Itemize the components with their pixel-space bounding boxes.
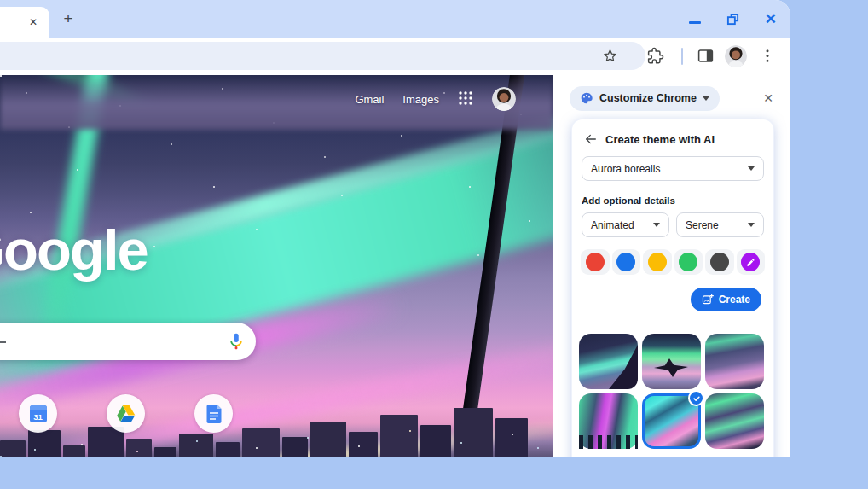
window-controls: ✕ <box>689 0 777 38</box>
browser-window: ✕ + ✕ <box>0 0 790 457</box>
swatch-green[interactable] <box>674 249 703 275</box>
ntp-profile-avatar[interactable] <box>492 87 516 111</box>
swatch-yellow-dot <box>648 253 667 271</box>
city-lights <box>0 456 2 457</box>
extensions-icon[interactable] <box>646 47 664 68</box>
color-swatch-row <box>581 249 765 275</box>
shortcut-row: 31 <box>19 394 233 433</box>
swatch-gray[interactable] <box>705 249 734 275</box>
optional-details-label: Add optional details <box>582 195 764 206</box>
swatch-red[interactable] <box>581 249 610 275</box>
gmail-link[interactable]: Gmail <box>355 93 384 106</box>
swatch-yellow[interactable] <box>643 249 672 275</box>
back-arrow-icon[interactable] <box>584 132 598 146</box>
new-tab-page: Gmail Images <box>0 75 553 457</box>
images-link[interactable]: Images <box>402 93 439 106</box>
chevron-down-icon <box>703 96 709 101</box>
shortcut-drive[interactable] <box>107 394 145 433</box>
panel-close-icon[interactable]: ✕ <box>760 88 777 108</box>
theme-thumbnail-6[interactable] <box>705 393 764 449</box>
google-apps-icon[interactable] <box>458 90 473 108</box>
calendar-day: 31 <box>33 411 43 422</box>
desktop-background: ✕ + ✕ <box>0 0 868 489</box>
side-panel-icon[interactable] <box>697 47 715 68</box>
side-panel-header: Customize Chrome ✕ <box>553 75 790 121</box>
tab-close-icon[interactable]: ✕ <box>26 15 41 30</box>
theme-thumbnail-3[interactable] <box>705 334 764 389</box>
search-bar[interactable] <box>0 323 256 360</box>
theme-thumbnails-grid <box>579 334 767 449</box>
create-row: Create <box>584 288 761 311</box>
swatch-custom-color[interactable] <box>737 249 766 275</box>
bookmark-star-icon[interactable] <box>602 48 618 67</box>
theme-subject-value: Aurora borealis <box>591 163 660 175</box>
docs-icon <box>206 405 222 423</box>
search-text-fragment <box>0 341 6 343</box>
create-theme-card: Create theme with AI Aurora borealis Add… <box>572 119 773 457</box>
mood-value: Animated <box>591 219 634 231</box>
shortcut-docs[interactable] <box>194 394 233 433</box>
close-button[interactable]: ✕ <box>765 10 777 28</box>
chevron-down-icon <box>748 166 755 171</box>
chevron-down-icon <box>653 223 660 227</box>
calendar-icon: 31 <box>30 405 47 422</box>
shortcut-calendar[interactable]: 31 <box>19 394 57 433</box>
swatch-blue[interactable] <box>612 249 641 275</box>
avatar-image <box>725 45 747 67</box>
browser-toolbar <box>0 38 790 75</box>
theme-thumbnail-1[interactable] <box>579 334 638 389</box>
card-title: Create theme with AI <box>605 133 715 146</box>
theme-thumbnail-5-selected[interactable] <box>642 393 701 449</box>
detail-selects-row: Animated Serene <box>582 212 764 237</box>
ntp-header: Gmail Images <box>355 87 516 111</box>
style-select[interactable]: Serene <box>676 212 764 237</box>
toolbar-divider <box>681 48 683 65</box>
theme-subject-select[interactable]: Aurora borealis <box>582 156 764 181</box>
theme-thumbnail-2[interactable] <box>642 334 701 389</box>
chevron-down-icon <box>748 223 755 227</box>
swatch-green-dot <box>679 253 697 271</box>
custom-color-dot <box>741 253 760 271</box>
address-bar[interactable] <box>0 42 645 70</box>
swatch-red-dot <box>586 253 605 271</box>
new-tab-button[interactable]: + <box>56 7 80 31</box>
card-header: Create theme with AI <box>572 119 773 154</box>
browser-menu-icon[interactable] <box>759 47 776 68</box>
theme-thumbnail-4[interactable] <box>579 393 638 449</box>
palette-icon <box>580 91 593 105</box>
swatch-gray-dot <box>710 253 729 271</box>
restore-button[interactable] <box>726 13 739 26</box>
create-button[interactable]: Create <box>691 288 761 311</box>
panel-title-dropdown[interactable]: Customize Chrome <box>570 86 720 111</box>
style-value: Serene <box>686 219 719 231</box>
pencil-icon <box>746 258 755 267</box>
mood-select[interactable]: Animated <box>582 212 669 237</box>
image-sparkle-icon <box>702 294 714 306</box>
avatar-image <box>492 87 516 111</box>
tab-strip: ✕ + ✕ <box>0 0 790 38</box>
google-logo: Google <box>0 217 148 282</box>
window-content: Gmail Images <box>0 75 790 457</box>
voice-search-mic-icon[interactable] <box>227 332 246 354</box>
minimize-button[interactable] <box>689 15 701 24</box>
active-tab[interactable]: ✕ <box>0 7 49 38</box>
customize-chrome-panel: Customize Chrome ✕ Create theme with AI … <box>553 75 790 457</box>
drive-icon <box>116 405 136 422</box>
create-button-label: Create <box>719 294 750 306</box>
profile-avatar[interactable] <box>725 45 747 67</box>
panel-title: Customize Chrome <box>599 92 697 104</box>
restore-icon <box>726 13 739 26</box>
swatch-blue-dot <box>616 253 635 271</box>
selected-check-badge <box>688 390 704 406</box>
minimize-icon <box>689 21 701 24</box>
